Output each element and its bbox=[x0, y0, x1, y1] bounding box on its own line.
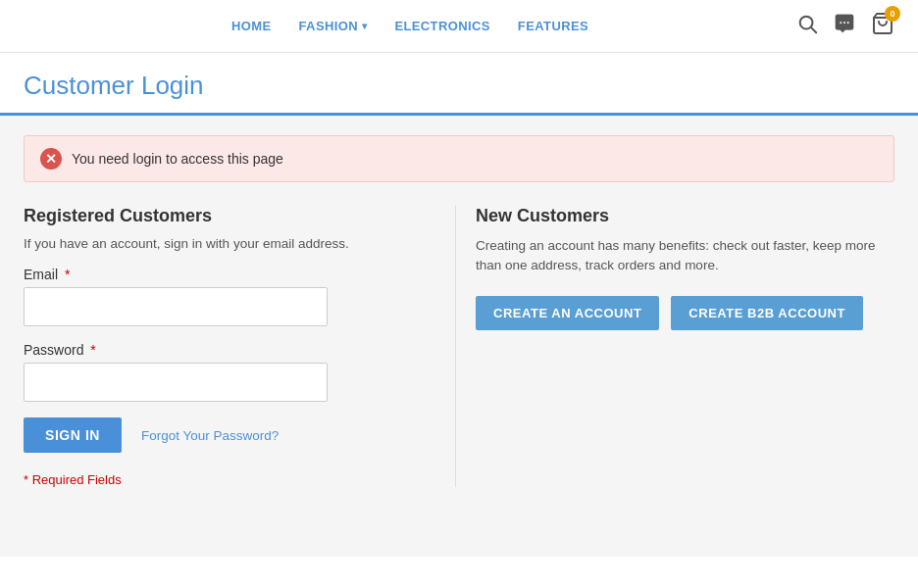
email-required-star: * bbox=[65, 267, 70, 282]
header-icons: 0 bbox=[796, 12, 894, 40]
form-actions: SIGN IN Forgot Your Password? bbox=[24, 417, 416, 453]
sign-in-button[interactable]: SIGN IN bbox=[24, 417, 122, 453]
required-note: * Required Fields bbox=[24, 472, 416, 487]
search-icon bbox=[796, 13, 818, 39]
svg-point-2 bbox=[840, 22, 842, 24]
password-required-star: * bbox=[90, 342, 95, 358]
header: HOME FASHION ▾ ELECTRONICS FEATURES bbox=[0, 0, 918, 53]
search-button[interactable] bbox=[796, 13, 818, 39]
new-customers-section: New Customers Creating an account has ma… bbox=[455, 206, 894, 487]
forgot-password-link[interactable]: Forgot Your Password? bbox=[141, 428, 279, 443]
login-columns: Registered Customers If you have an acco… bbox=[24, 206, 894, 487]
svg-point-3 bbox=[843, 22, 845, 24]
new-customers-title: New Customers bbox=[476, 206, 894, 226]
registered-customers-section: Registered Customers If you have an acco… bbox=[24, 206, 416, 487]
error-alert: ✕ You need login to access this page bbox=[24, 135, 894, 182]
main-nav: HOME FASHION ▾ ELECTRONICS FEATURES bbox=[231, 19, 588, 33]
email-group: Email * bbox=[24, 267, 416, 326]
nav-features[interactable]: FEATURES bbox=[518, 19, 588, 33]
nav-fashion[interactable]: FASHION ▾ bbox=[298, 19, 367, 33]
chevron-down-icon: ▾ bbox=[362, 21, 367, 31]
new-customers-description: Creating an account has many benefits: c… bbox=[476, 236, 894, 276]
cart-button[interactable]: 0 bbox=[871, 12, 894, 40]
svg-point-4 bbox=[847, 22, 849, 24]
email-input[interactable] bbox=[24, 287, 328, 326]
chat-icon bbox=[834, 13, 855, 39]
password-label: Password * bbox=[24, 342, 416, 358]
create-account-button[interactable]: CREATE AN ACCOUNT bbox=[476, 296, 659, 330]
nav-electronics[interactable]: ELECTRONICS bbox=[394, 19, 489, 33]
create-b2b-account-button[interactable]: CREATE B2B ACCOUNT bbox=[671, 296, 863, 330]
main-content: ✕ You need login to access this page Reg… bbox=[0, 116, 918, 557]
registered-title: Registered Customers bbox=[24, 206, 416, 226]
password-input[interactable] bbox=[24, 363, 328, 402]
error-icon: ✕ bbox=[40, 148, 62, 170]
email-label: Email * bbox=[24, 267, 416, 282]
page-title: Customer Login bbox=[24, 71, 894, 101]
error-message: You need login to access this page bbox=[72, 151, 283, 167]
registered-description: If you have an account, sign in with you… bbox=[24, 236, 416, 251]
svg-line-1 bbox=[811, 27, 816, 32]
nav-home[interactable]: HOME bbox=[231, 19, 272, 33]
cart-badge: 0 bbox=[885, 6, 900, 22]
chat-button[interactable] bbox=[834, 13, 855, 39]
password-group: Password * bbox=[24, 342, 416, 402]
account-buttons: CREATE AN ACCOUNT CREATE B2B ACCOUNT bbox=[476, 296, 894, 330]
page-title-section: Customer Login bbox=[0, 53, 918, 116]
